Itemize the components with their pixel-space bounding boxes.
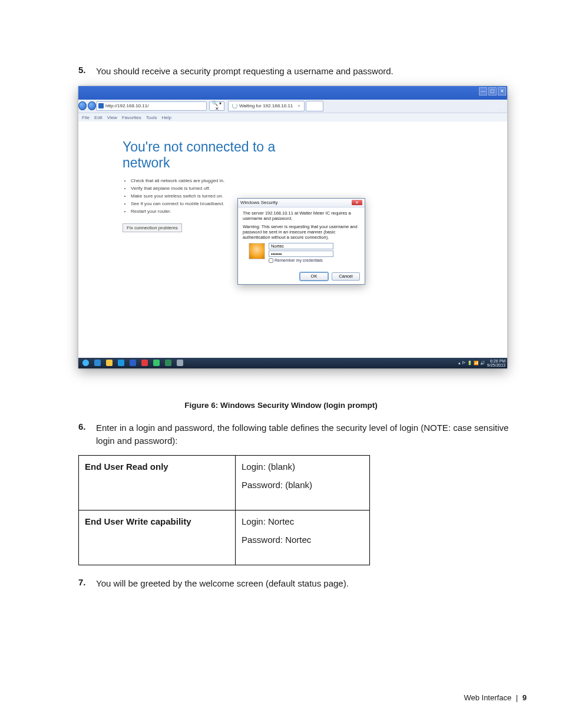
- close-window-button[interactable]: ✕: [498, 87, 506, 95]
- taskbar-icon-3: [106, 360, 113, 366]
- cell-readonly-label: End User Read only: [79, 456, 236, 510]
- user-avatar-icon: [249, 243, 265, 259]
- menu-tools[interactable]: Tools: [146, 115, 157, 120]
- fix-connection-button[interactable]: Fix connection problems: [123, 223, 182, 232]
- address-bar[interactable]: http://192.168.10.11/: [96, 101, 207, 111]
- ie-window-titlebar: — ▢ ✕: [78, 86, 507, 100]
- taskbar-tray: ▴ 🏳 🔋 📶 🔊 6:26 PM 9/25/2013: [458, 359, 505, 367]
- taskbar-app-6[interactable]: [139, 359, 150, 367]
- minimize-button[interactable]: —: [479, 87, 487, 95]
- credentials-block: Remember my credentials: [249, 243, 360, 263]
- taskbar-app-3[interactable]: [104, 359, 114, 367]
- menu-file[interactable]: File: [82, 115, 90, 120]
- remember-credentials-checkbox[interactable]: Remember my credentials: [269, 258, 360, 263]
- login-levels-table: End User Read only Login: (blank) Passwo…: [78, 455, 370, 565]
- step-7-number: 7.: [78, 577, 96, 590]
- step-5-text: You should receive a security prompt req…: [96, 65, 394, 78]
- dialog-title: Windows Security: [240, 200, 278, 205]
- windows-taskbar: ▴ 🏳 🔋 📶 🔊 6:26 PM 9/25/2013: [78, 358, 507, 368]
- remember-label: Remember my credentials: [275, 258, 323, 262]
- menu-help[interactable]: Help: [161, 115, 171, 120]
- menu-edit[interactable]: Edit: [94, 115, 103, 120]
- footer-page-number: 9: [523, 693, 527, 702]
- readonly-password: Password: (blank): [242, 480, 363, 490]
- nav-arrows: [78, 100, 96, 113]
- tab-label: Waiting for 192.168.10.11: [239, 103, 293, 108]
- figure-6-screenshot: — ▢ ✕ http://192.168.10.11/ 🔍 ▾ ✕: [78, 86, 527, 368]
- tray-icons[interactable]: ▴ 🏳 🔋 📶 🔊: [458, 361, 485, 365]
- tab-spinner-icon: [232, 103, 237, 108]
- network-error-heading: You're not connected to a network: [123, 139, 287, 171]
- taskbar-icon-6: [141, 360, 148, 366]
- step-7: 7. You will be greeted by the welcome sc…: [78, 577, 527, 590]
- taskbar-app-1[interactable]: [80, 359, 91, 367]
- step-6-number: 6.: [78, 421, 96, 447]
- browser-tab[interactable]: Waiting for 192.168.10.11 ×: [228, 101, 305, 111]
- taskbar-app-4[interactable]: [115, 359, 126, 367]
- site-favicon-icon: [98, 103, 104, 108]
- taskbar-app-5[interactable]: [127, 359, 138, 367]
- cell-write-label: End User Write capability: [79, 510, 236, 565]
- taskbar-app-8[interactable]: [163, 359, 173, 367]
- taskbar-icon-4: [118, 360, 124, 366]
- clock-time: 6:26 PM: [487, 359, 505, 363]
- clock-date: 9/25/2013: [487, 363, 505, 367]
- write-password: Password: Nortec: [242, 535, 363, 545]
- ok-button[interactable]: OK: [300, 272, 328, 281]
- address-bar-url: http://192.168.10.11/: [105, 103, 148, 108]
- taskbar-icon-5: [130, 360, 136, 366]
- footer-section: Web Interface: [464, 693, 511, 702]
- dialog-line-2: Warning: This server is requesting that …: [243, 224, 360, 240]
- step-5: 5. You should receive a security prompt …: [78, 65, 527, 78]
- taskbar-icon-8: [165, 360, 171, 366]
- forward-button[interactable]: [88, 101, 96, 110]
- taskbar-icon-9: [177, 360, 183, 366]
- step-6: 6. Enter in a login and password, the fo…: [78, 421, 527, 447]
- taskbar-app-2[interactable]: [92, 359, 103, 367]
- search-stop-refresh[interactable]: 🔍 ▾ ✕: [209, 101, 224, 111]
- tab-close-icon[interactable]: ×: [297, 103, 300, 108]
- taskbar-app-9[interactable]: [174, 359, 185, 367]
- step-6-text: Enter in a login and password, the follo…: [96, 421, 527, 447]
- windows-security-dialog: Windows Security ✕ The server 192.168.10…: [237, 198, 365, 285]
- menu-favorites[interactable]: Favorites: [122, 115, 141, 120]
- search-icon: 🔍 ▾ ✕: [211, 101, 222, 111]
- table-row: End User Read only Login: (blank) Passwo…: [79, 456, 370, 510]
- maximize-button[interactable]: ▢: [488, 87, 497, 95]
- dialog-titlebar: Windows Security ✕: [238, 199, 365, 207]
- taskbar-icon-1: [82, 360, 89, 366]
- menu-view[interactable]: View: [107, 115, 117, 120]
- figure-caption: Figure 6: Windows Security Window (login…: [35, 401, 527, 410]
- new-tab-button[interactable]: [306, 101, 323, 111]
- dialog-line-1: The server 192.168.10.11 at Walter Meier…: [243, 210, 360, 221]
- page-footer: Web Interface | 9: [464, 693, 527, 702]
- taskbar-clock[interactable]: 6:26 PM 9/25/2013: [487, 359, 505, 367]
- footer-separator: |: [516, 693, 518, 702]
- tip-1: Check that all network cables are plugge…: [131, 178, 287, 183]
- ie-toolbar-icons[interactable]: ⌂ ★ ✿: [490, 103, 505, 109]
- step-5-number: 5.: [78, 65, 96, 78]
- write-login: Login: Nortec: [242, 516, 363, 526]
- cancel-button[interactable]: Cancel: [332, 272, 360, 281]
- table-row: End User Write capability Login: Nortec …: [79, 510, 370, 565]
- taskbar-icon-7: [153, 360, 160, 366]
- tip-2: Verify that airplane mode is turned off.: [131, 186, 287, 191]
- readonly-login: Login: (blank): [242, 462, 363, 472]
- taskbar-app-7[interactable]: [151, 359, 161, 367]
- cell-write-creds: Login: Nortec Password: Nortec: [236, 510, 370, 565]
- username-input[interactable]: [269, 243, 333, 249]
- ie-page-body: You're not connected to a network Check …: [78, 121, 507, 358]
- ie-nav-row: http://192.168.10.11/ 🔍 ▾ ✕ Waiting for …: [78, 100, 507, 113]
- password-input[interactable]: [269, 251, 333, 257]
- remember-checkbox-input[interactable]: [269, 258, 273, 263]
- step-7-text: You will be greeted by the welcome scree…: [96, 577, 349, 590]
- back-button[interactable]: [78, 101, 87, 110]
- dialog-close-button[interactable]: ✕: [352, 200, 362, 205]
- taskbar-icon-2: [94, 360, 101, 366]
- cell-readonly-creds: Login: (blank) Password: (blank): [236, 456, 370, 510]
